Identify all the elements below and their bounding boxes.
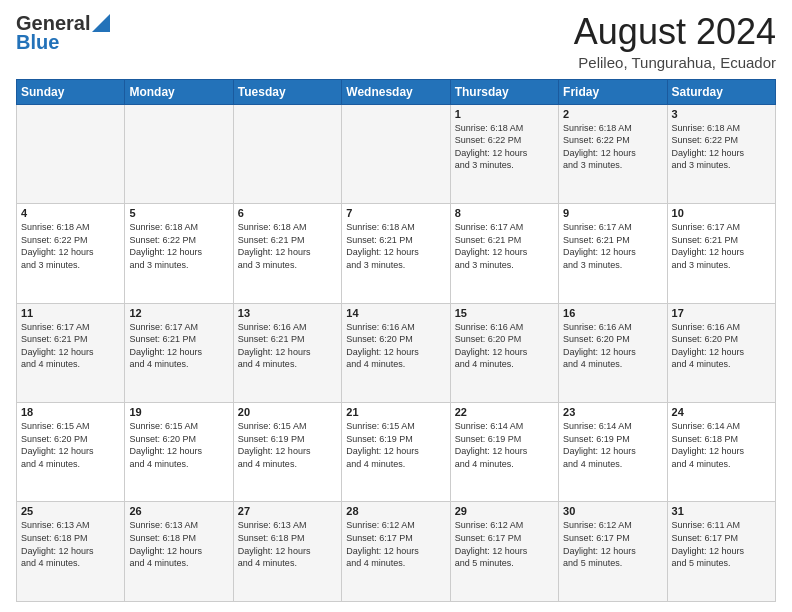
calendar-cell: 3Sunrise: 6:18 AM Sunset: 6:22 PM Daylig… xyxy=(667,104,775,203)
page: General Blue August 2024 Pelileo, Tungur… xyxy=(0,0,792,612)
col-monday: Monday xyxy=(125,79,233,104)
day-info: Sunrise: 6:16 AM Sunset: 6:21 PM Dayligh… xyxy=(238,321,337,371)
calendar-cell: 29Sunrise: 6:12 AM Sunset: 6:17 PM Dayli… xyxy=(450,502,558,602)
day-number: 6 xyxy=(238,207,337,219)
calendar-cell: 26Sunrise: 6:13 AM Sunset: 6:18 PM Dayli… xyxy=(125,502,233,602)
day-info: Sunrise: 6:12 AM Sunset: 6:17 PM Dayligh… xyxy=(563,519,662,569)
calendar-week-3: 11Sunrise: 6:17 AM Sunset: 6:21 PM Dayli… xyxy=(17,303,776,402)
day-info: Sunrise: 6:14 AM Sunset: 6:19 PM Dayligh… xyxy=(455,420,554,470)
calendar-cell: 12Sunrise: 6:17 AM Sunset: 6:21 PM Dayli… xyxy=(125,303,233,402)
calendar-cell: 17Sunrise: 6:16 AM Sunset: 6:20 PM Dayli… xyxy=(667,303,775,402)
day-info: Sunrise: 6:15 AM Sunset: 6:19 PM Dayligh… xyxy=(346,420,445,470)
calendar-cell xyxy=(233,104,341,203)
day-info: Sunrise: 6:18 AM Sunset: 6:21 PM Dayligh… xyxy=(346,221,445,271)
day-number: 1 xyxy=(455,108,554,120)
calendar-cell: 31Sunrise: 6:11 AM Sunset: 6:17 PM Dayli… xyxy=(667,502,775,602)
day-info: Sunrise: 6:15 AM Sunset: 6:20 PM Dayligh… xyxy=(129,420,228,470)
day-info: Sunrise: 6:18 AM Sunset: 6:22 PM Dayligh… xyxy=(129,221,228,271)
calendar-cell: 8Sunrise: 6:17 AM Sunset: 6:21 PM Daylig… xyxy=(450,204,558,303)
calendar-cell: 13Sunrise: 6:16 AM Sunset: 6:21 PM Dayli… xyxy=(233,303,341,402)
svg-marker-0 xyxy=(92,14,110,32)
calendar-cell: 5Sunrise: 6:18 AM Sunset: 6:22 PM Daylig… xyxy=(125,204,233,303)
day-info: Sunrise: 6:17 AM Sunset: 6:21 PM Dayligh… xyxy=(21,321,120,371)
day-number: 2 xyxy=(563,108,662,120)
col-wednesday: Wednesday xyxy=(342,79,450,104)
calendar-cell: 15Sunrise: 6:16 AM Sunset: 6:20 PM Dayli… xyxy=(450,303,558,402)
day-info: Sunrise: 6:16 AM Sunset: 6:20 PM Dayligh… xyxy=(672,321,771,371)
calendar-cell: 6Sunrise: 6:18 AM Sunset: 6:21 PM Daylig… xyxy=(233,204,341,303)
day-info: Sunrise: 6:13 AM Sunset: 6:18 PM Dayligh… xyxy=(238,519,337,569)
day-info: Sunrise: 6:18 AM Sunset: 6:21 PM Dayligh… xyxy=(238,221,337,271)
day-number: 11 xyxy=(21,307,120,319)
calendar-cell: 27Sunrise: 6:13 AM Sunset: 6:18 PM Dayli… xyxy=(233,502,341,602)
calendar-cell: 16Sunrise: 6:16 AM Sunset: 6:20 PM Dayli… xyxy=(559,303,667,402)
day-number: 21 xyxy=(346,406,445,418)
calendar-cell: 18Sunrise: 6:15 AM Sunset: 6:20 PM Dayli… xyxy=(17,403,125,502)
calendar-header-row: Sunday Monday Tuesday Wednesday Thursday… xyxy=(17,79,776,104)
day-info: Sunrise: 6:17 AM Sunset: 6:21 PM Dayligh… xyxy=(672,221,771,271)
logo-blue-text: Blue xyxy=(16,31,59,54)
day-info: Sunrise: 6:18 AM Sunset: 6:22 PM Dayligh… xyxy=(672,122,771,172)
day-info: Sunrise: 6:13 AM Sunset: 6:18 PM Dayligh… xyxy=(21,519,120,569)
day-number: 10 xyxy=(672,207,771,219)
day-info: Sunrise: 6:17 AM Sunset: 6:21 PM Dayligh… xyxy=(129,321,228,371)
calendar-cell xyxy=(17,104,125,203)
day-info: Sunrise: 6:15 AM Sunset: 6:19 PM Dayligh… xyxy=(238,420,337,470)
header: General Blue August 2024 Pelileo, Tungur… xyxy=(16,12,776,71)
day-number: 30 xyxy=(563,505,662,517)
col-saturday: Saturday xyxy=(667,79,775,104)
day-number: 26 xyxy=(129,505,228,517)
day-number: 24 xyxy=(672,406,771,418)
day-number: 25 xyxy=(21,505,120,517)
day-number: 23 xyxy=(563,406,662,418)
day-number: 12 xyxy=(129,307,228,319)
calendar-cell: 4Sunrise: 6:18 AM Sunset: 6:22 PM Daylig… xyxy=(17,204,125,303)
day-number: 22 xyxy=(455,406,554,418)
day-number: 9 xyxy=(563,207,662,219)
day-info: Sunrise: 6:16 AM Sunset: 6:20 PM Dayligh… xyxy=(346,321,445,371)
logo-icon xyxy=(92,14,110,32)
day-info: Sunrise: 6:15 AM Sunset: 6:20 PM Dayligh… xyxy=(21,420,120,470)
day-number: 4 xyxy=(21,207,120,219)
day-number: 29 xyxy=(455,505,554,517)
col-sunday: Sunday xyxy=(17,79,125,104)
col-friday: Friday xyxy=(559,79,667,104)
calendar-cell: 2Sunrise: 6:18 AM Sunset: 6:22 PM Daylig… xyxy=(559,104,667,203)
day-number: 5 xyxy=(129,207,228,219)
calendar-cell: 10Sunrise: 6:17 AM Sunset: 6:21 PM Dayli… xyxy=(667,204,775,303)
calendar-cell xyxy=(125,104,233,203)
calendar: Sunday Monday Tuesday Wednesday Thursday… xyxy=(16,79,776,602)
day-info: Sunrise: 6:14 AM Sunset: 6:18 PM Dayligh… xyxy=(672,420,771,470)
calendar-cell: 1Sunrise: 6:18 AM Sunset: 6:22 PM Daylig… xyxy=(450,104,558,203)
day-number: 27 xyxy=(238,505,337,517)
calendar-cell: 24Sunrise: 6:14 AM Sunset: 6:18 PM Dayli… xyxy=(667,403,775,502)
calendar-cell: 30Sunrise: 6:12 AM Sunset: 6:17 PM Dayli… xyxy=(559,502,667,602)
calendar-week-2: 4Sunrise: 6:18 AM Sunset: 6:22 PM Daylig… xyxy=(17,204,776,303)
day-info: Sunrise: 6:12 AM Sunset: 6:17 PM Dayligh… xyxy=(346,519,445,569)
main-title: August 2024 xyxy=(574,12,776,52)
day-info: Sunrise: 6:14 AM Sunset: 6:19 PM Dayligh… xyxy=(563,420,662,470)
day-info: Sunrise: 6:12 AM Sunset: 6:17 PM Dayligh… xyxy=(455,519,554,569)
calendar-cell: 25Sunrise: 6:13 AM Sunset: 6:18 PM Dayli… xyxy=(17,502,125,602)
calendar-cell: 14Sunrise: 6:16 AM Sunset: 6:20 PM Dayli… xyxy=(342,303,450,402)
calendar-cell: 22Sunrise: 6:14 AM Sunset: 6:19 PM Dayli… xyxy=(450,403,558,502)
calendar-cell xyxy=(342,104,450,203)
day-number: 28 xyxy=(346,505,445,517)
day-info: Sunrise: 6:17 AM Sunset: 6:21 PM Dayligh… xyxy=(563,221,662,271)
subtitle: Pelileo, Tungurahua, Ecuador xyxy=(574,54,776,71)
calendar-week-5: 25Sunrise: 6:13 AM Sunset: 6:18 PM Dayli… xyxy=(17,502,776,602)
calendar-cell: 28Sunrise: 6:12 AM Sunset: 6:17 PM Dayli… xyxy=(342,502,450,602)
col-thursday: Thursday xyxy=(450,79,558,104)
calendar-cell: 21Sunrise: 6:15 AM Sunset: 6:19 PM Dayli… xyxy=(342,403,450,502)
col-tuesday: Tuesday xyxy=(233,79,341,104)
day-number: 3 xyxy=(672,108,771,120)
calendar-cell: 9Sunrise: 6:17 AM Sunset: 6:21 PM Daylig… xyxy=(559,204,667,303)
calendar-cell: 11Sunrise: 6:17 AM Sunset: 6:21 PM Dayli… xyxy=(17,303,125,402)
calendar-week-4: 18Sunrise: 6:15 AM Sunset: 6:20 PM Dayli… xyxy=(17,403,776,502)
day-number: 15 xyxy=(455,307,554,319)
day-number: 20 xyxy=(238,406,337,418)
day-info: Sunrise: 6:17 AM Sunset: 6:21 PM Dayligh… xyxy=(455,221,554,271)
day-info: Sunrise: 6:16 AM Sunset: 6:20 PM Dayligh… xyxy=(563,321,662,371)
day-number: 8 xyxy=(455,207,554,219)
day-number: 31 xyxy=(672,505,771,517)
